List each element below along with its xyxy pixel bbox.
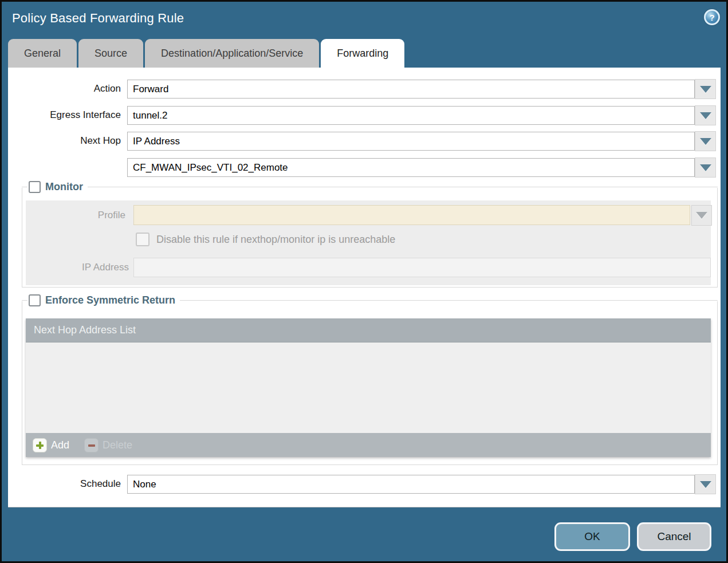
disable-rule-row: Disable this rule if nexthop/monitor ip … — [136, 233, 395, 246]
schedule-value: None — [133, 479, 156, 490]
egress-interface-value: tunnel.2 — [133, 110, 168, 121]
next-hop-address-value: CF_MWAN_IPsec_VTI_02_Remote — [133, 162, 288, 174]
monitor-fieldset: Monitor Profile Disable this rule if nex… — [22, 188, 718, 288]
ok-button[interactable]: OK — [554, 522, 630, 551]
tab-bar: General Source Destination/Application/S… — [8, 39, 406, 69]
symmetric-return-fieldset: Enforce Symmetric Return Next Hop Addres… — [22, 301, 718, 465]
action-value: Forward — [133, 84, 168, 95]
next-hop-address-row: CF_MWAN_IPsec_VTI_02_Remote — [8, 158, 721, 177]
egress-interface-select[interactable]: tunnel.2 — [127, 106, 695, 125]
disable-rule-checkbox-disabled — [136, 233, 149, 246]
help-icon[interactable]: ? — [704, 9, 720, 25]
action-row: Action Forward — [8, 79, 721, 99]
next-hop-address-select[interactable]: CF_MWAN_IPsec_VTI_02_Remote — [127, 158, 695, 177]
question-mark-glyph: ? — [709, 13, 714, 22]
egress-interface-dropdown-button[interactable] — [695, 105, 716, 125]
action-dropdown-button[interactable] — [695, 79, 716, 99]
chevron-down-icon — [700, 86, 711, 93]
disable-rule-label: Disable this rule if nexthop/monitor ip … — [156, 234, 395, 246]
next-hop-label: Next Hop — [8, 131, 121, 151]
monitor-legend: Monitor — [22, 181, 718, 193]
monitor-ip-address-input-disabled — [133, 258, 711, 277]
minus-icon — [84, 438, 99, 452]
ok-button-label: OK — [584, 530, 600, 543]
action-select[interactable]: Forward — [127, 80, 695, 99]
schedule-dropdown-button[interactable] — [695, 474, 716, 494]
symmetric-return-legend-label: Enforce Symmetric Return — [41, 294, 180, 306]
pbf-rule-dialog: Policy Based Forwarding Rule ? General S… — [0, 0, 728, 563]
chevron-down-icon — [700, 138, 711, 145]
profile-label: Profile — [26, 205, 125, 225]
monitor-checkbox[interactable] — [29, 181, 41, 193]
egress-interface-label: Egress Interface — [8, 105, 121, 125]
symmetric-return-legend: Enforce Symmetric Return — [22, 294, 718, 306]
tab-forwarding[interactable]: Forwarding — [321, 39, 404, 69]
next-hop-row: Next Hop IP Address — [8, 131, 721, 151]
profile-select-disabled — [133, 205, 690, 225]
next-hop-address-dropdown-button[interactable] — [695, 158, 716, 178]
next-hop-address-table: Next Hop Address List Add Delete — [26, 318, 711, 457]
delete-button-disabled: Delete — [84, 438, 132, 452]
next-hop-type-value: IP Address — [133, 136, 180, 147]
monitor-legend-label: Monitor — [41, 181, 88, 193]
chevron-down-icon — [700, 481, 711, 488]
egress-interface-row: Egress Interface tunnel.2 — [8, 105, 721, 125]
symmetric-return-checkbox[interactable] — [29, 294, 41, 306]
monitor-body: Profile Disable this rule if nexthop/mon… — [26, 200, 711, 285]
action-label: Action — [8, 79, 121, 99]
schedule-label: Schedule — [8, 474, 121, 494]
add-button[interactable]: Add — [33, 438, 69, 452]
profile-dropdown-button-disabled — [691, 205, 712, 226]
chevron-down-icon — [696, 212, 707, 219]
schedule-select[interactable]: None — [127, 475, 695, 494]
monitor-ip-address-label: IP Address — [26, 258, 129, 277]
tab-destination-application-service[interactable]: Destination/Application/Service — [145, 39, 319, 68]
table-header-next-hop-address-list: Next Hop Address List — [26, 318, 711, 342]
tab-source[interactable]: Source — [78, 39, 143, 68]
dialog-title: Policy Based Forwarding Rule — [12, 11, 184, 26]
next-hop-type-select[interactable]: IP Address — [127, 132, 695, 151]
cancel-button[interactable]: Cancel — [637, 522, 711, 551]
plus-icon — [33, 438, 47, 452]
table-body-empty — [26, 342, 711, 433]
chevron-down-icon — [700, 112, 711, 119]
next-hop-dropdown-button[interactable] — [695, 131, 716, 151]
cancel-button-label: Cancel — [657, 530, 691, 543]
add-button-label: Add — [51, 439, 69, 451]
forwarding-tab-panel: Action Forward Egress Interface tunnel.2… — [8, 68, 721, 507]
tab-general[interactable]: General — [8, 39, 77, 68]
schedule-row: Schedule None — [8, 474, 721, 494]
delete-button-label: Delete — [103, 439, 132, 451]
table-toolbar: Add Delete — [26, 433, 711, 457]
chevron-down-icon — [700, 164, 711, 171]
